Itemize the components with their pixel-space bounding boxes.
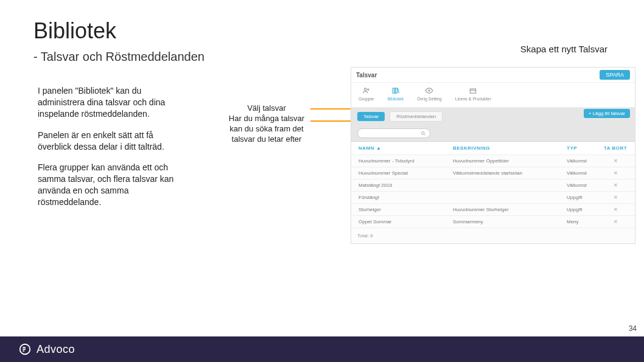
- subtab-rostmeddelanden[interactable]: Röstmeddelanden: [390, 111, 443, 122]
- table-row[interactable]: Matstängt 2018Välkomst✕: [351, 179, 635, 192]
- cell-desc: Välkomstmeddelande startsidan: [453, 170, 567, 176]
- logo-mark-icon: [18, 343, 32, 356]
- header-desc[interactable]: BESKRIVNING: [453, 145, 567, 151]
- save-button[interactable]: SPARA: [600, 70, 630, 80]
- annotation-top-right: Skapa ett nytt Talsvar: [520, 44, 607, 54]
- search-icon: [421, 131, 426, 136]
- svg-point-0: [364, 88, 366, 91]
- cell-type: Meny: [567, 219, 603, 225]
- cell-type: Välkomst: [567, 170, 603, 176]
- panel-title: Talsvar: [356, 72, 377, 78]
- tab-grupper[interactable]: Grupper: [359, 86, 374, 101]
- top-tabs: Grupper Bibliotek Övrig Setting Licens &…: [351, 83, 635, 108]
- svg-point-1: [368, 89, 369, 90]
- page-title: Bibliotek: [33, 18, 116, 44]
- brand-logo: Advoco: [18, 343, 75, 356]
- users-icon: [361, 86, 372, 95]
- svg-point-8: [422, 131, 425, 134]
- svg-line-4: [397, 88, 399, 93]
- search-input[interactable]: [357, 128, 430, 138]
- eye-icon: [424, 86, 435, 95]
- table-row[interactable]: StorhelgerHuvudnummer StorhelgerUppgift✕: [351, 204, 635, 216]
- tab-licens[interactable]: Licens & Produkter: [455, 86, 491, 101]
- library-icon: [390, 86, 401, 95]
- svg-point-5: [429, 90, 430, 91]
- page-number: 34: [629, 324, 637, 333]
- cell-type: Välkomst: [567, 183, 603, 188]
- left-description-column: I panelen "Bibliotek" kan du administrer…: [38, 85, 175, 218]
- cell-name: Förstängt: [359, 195, 453, 200]
- svg-line-9: [424, 134, 425, 135]
- tab-label: Bibliotek: [388, 97, 404, 101]
- admin-panel-screenshot: Talsvar SPARA Grupper Bibliotek Övrig Se…: [351, 67, 635, 244]
- tab-label: Övrig Setting: [417, 97, 441, 101]
- delete-row-button[interactable]: ✕: [603, 219, 628, 225]
- cell-desc: Huvudnummer Storhelger: [453, 207, 567, 212]
- cell-desc: [453, 195, 567, 200]
- tab-ovrig-setting[interactable]: Övrig Setting: [417, 86, 441, 101]
- cell-desc: Sommarmeny: [453, 219, 567, 225]
- cell-type: Välkomst: [567, 158, 603, 164]
- cell-name: Matstängt 2018: [359, 183, 453, 188]
- subtab-talsvar[interactable]: Talsvar: [357, 112, 385, 121]
- cell-name: Huvudnummer Special: [359, 170, 453, 176]
- tab-bibliotek[interactable]: Bibliotek: [388, 86, 404, 101]
- header-name[interactable]: NAMN: [359, 145, 374, 151]
- delete-row-button[interactable]: ✕: [603, 183, 628, 188]
- table-row[interactable]: Huvudnummer SpecialVälkomstmeddelande st…: [351, 167, 635, 179]
- cell-name: Öppet Sommar: [359, 219, 453, 225]
- delete-row-button[interactable]: ✕: [603, 195, 628, 200]
- table-body: Huvudnummer - TidsstyrdHuvudnummer Öppet…: [351, 155, 635, 228]
- header-delete: TA BORT: [603, 145, 628, 151]
- cell-type: Uppgift: [567, 195, 603, 200]
- add-talsvar-button[interactable]: + Lägg till talsvar: [584, 109, 630, 118]
- brand-name: Advoco: [37, 343, 75, 356]
- cell-type: Uppgift: [567, 207, 603, 212]
- paragraph-1: I panelen "Bibliotek" kan du administrer…: [38, 85, 175, 120]
- table-row[interactable]: FörstängtUppgift✕: [351, 192, 635, 204]
- tab-label: Licens & Produkter: [455, 97, 491, 101]
- table-row[interactable]: Öppet SommarSommarmenyMeny✕: [351, 216, 635, 228]
- paragraph-2: Panelen är en enkelt sätt att få överbli…: [38, 130, 175, 153]
- center-line-2: Har du många talsvar kan du söka fram de…: [224, 114, 309, 145]
- cell-name: Huvudnummer - Tidsstyrd: [359, 158, 453, 164]
- cell-desc: Huvudnummer Öppettider: [453, 158, 567, 164]
- table-header: NAMN▲ BESKRIVNING TYP TA BORT: [351, 142, 635, 155]
- cell-name: Storhelger: [359, 207, 453, 212]
- page-subtitle: - Talsvar och Röstmeddelanden: [33, 50, 205, 64]
- box-icon: [467, 86, 478, 95]
- delete-row-button[interactable]: ✕: [603, 170, 628, 176]
- annotation-center: Välj talsvar Har du många talsvar kan du…: [224, 103, 309, 145]
- tab-label: Grupper: [359, 97, 374, 101]
- footer-bar: Advoco: [0, 336, 644, 362]
- table-row[interactable]: Huvudnummer - TidsstyrdHuvudnummer Öppet…: [351, 155, 635, 167]
- table-footer: Total: 6: [351, 228, 635, 243]
- header-type[interactable]: TYP: [567, 145, 603, 151]
- sort-icon: ▲: [376, 145, 381, 151]
- cell-desc: [453, 183, 567, 188]
- delete-row-button[interactable]: ✕: [603, 207, 628, 212]
- delete-row-button[interactable]: ✕: [603, 158, 628, 164]
- svg-rect-3: [395, 88, 397, 93]
- center-line-1: Välj talsvar: [224, 103, 309, 114]
- svg-rect-6: [471, 89, 476, 93]
- svg-rect-2: [393, 88, 394, 93]
- paragraph-3: Flera grupper kan använda ett och samma …: [38, 162, 175, 208]
